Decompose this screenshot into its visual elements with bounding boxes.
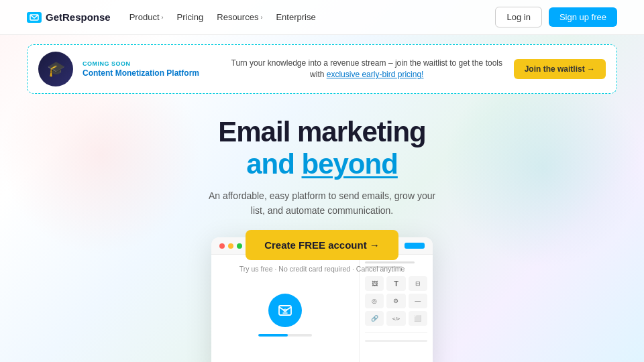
- tool-grid: 🖼 T ⊟ ◎ ⚙ — 🔗 </> ⬜: [365, 276, 427, 326]
- navbar-left: GetResponse Product › Pricing Resources …: [27, 11, 316, 23]
- logo-icon: [27, 12, 42, 23]
- nav-item-resources[interactable]: Resources ›: [217, 12, 262, 22]
- logo[interactable]: GetResponse: [27, 11, 111, 23]
- dash-tool[interactable]: —: [409, 294, 427, 308]
- chevron-icon: ›: [162, 14, 164, 21]
- divider: [365, 333, 427, 333]
- hero-subtitle: and beyond: [246, 147, 398, 181]
- hero-title: Email marketing: [218, 117, 425, 147]
- progress-bar-area: [258, 334, 312, 337]
- navbar-right: Log in Sign up free: [495, 7, 617, 27]
- hero-description: An affordable, easy platform to send ema…: [201, 188, 443, 219]
- spacer-tool[interactable]: ⬜: [409, 311, 427, 326]
- link-tool[interactable]: 🔗: [365, 311, 384, 326]
- signup-button[interactable]: Sign up free: [549, 7, 617, 27]
- login-button[interactable]: Log in: [495, 7, 541, 27]
- circle-tool[interactable]: ◎: [365, 294, 384, 308]
- cta-subtext: Try us free · No credit card required · …: [239, 265, 405, 273]
- coming-soon-label: COMING SOON: [83, 60, 220, 67]
- nav-item-product[interactable]: Product ›: [129, 12, 164, 22]
- navbar: GetResponse Product › Pricing Resources …: [0, 0, 644, 35]
- columns-tool[interactable]: ⊟: [409, 276, 427, 291]
- bottom-line: [365, 340, 427, 342]
- nav-item-pricing[interactable]: Pricing: [177, 12, 204, 22]
- text-tool[interactable]: T: [386, 276, 405, 291]
- beyond-text: beyond: [302, 148, 398, 180]
- gear-tool[interactable]: ⚙: [386, 294, 405, 308]
- code-tool[interactable]: </>: [386, 311, 405, 326]
- nav-items: Product › Pricing Resources › Enterprise: [129, 12, 316, 22]
- join-waitlist-button[interactable]: Join the waitlist →: [514, 59, 606, 79]
- create-account-button[interactable]: Create FREE account →: [246, 230, 398, 260]
- announcement-banner: 🎓 COMING SOON Content Monetization Platf…: [27, 44, 617, 94]
- nav-item-enterprise[interactable]: Enterprise: [276, 12, 315, 22]
- image-tool[interactable]: 🖼: [365, 276, 384, 291]
- logo-text: GetResponse: [46, 11, 111, 23]
- early-bird-link[interactable]: exclusive early-bird pricing!: [327, 70, 424, 79]
- email-builder-icon: [268, 294, 302, 327]
- banner-title: Content Monetization Platform: [83, 68, 220, 78]
- grad-cap-icon: 🎓: [38, 52, 73, 86]
- progress-track: [258, 334, 312, 337]
- chevron-icon: ›: [260, 14, 262, 21]
- banner-description: Turn your knowledge into a revenue strea…: [229, 58, 504, 80]
- hero-section: Email marketing and beyond An affordable…: [0, 103, 644, 273]
- banner-text: COMING SOON Content Monetization Platfor…: [83, 60, 220, 78]
- progress-fill: [258, 334, 288, 337]
- banner-icon: 🎓: [38, 52, 73, 86]
